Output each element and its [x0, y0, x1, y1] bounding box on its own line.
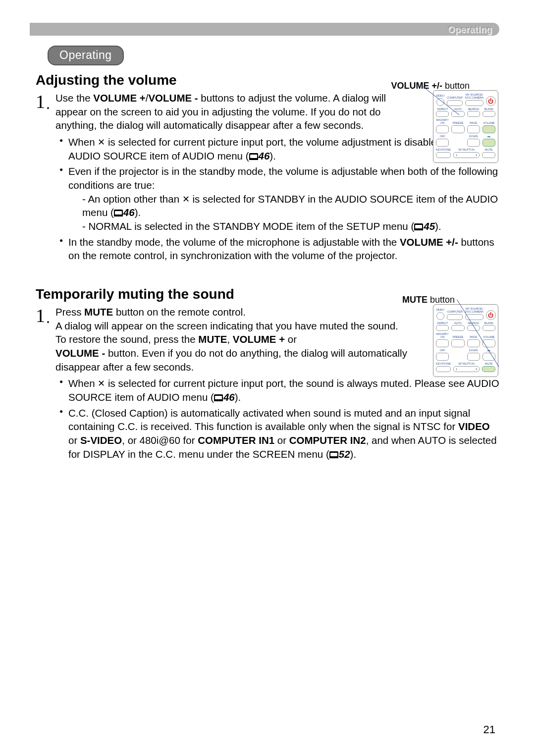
book-icon [414, 223, 423, 230]
remote-volume-up-button[interactable] [482, 125, 495, 133]
s1-bullet-2: Even if the projector is in the standby … [59, 164, 499, 233]
mute-callout-bold: MUTE [402, 295, 428, 305]
remote-magnify-on-button[interactable] [436, 125, 449, 133]
remote-mute-button[interactable] [482, 366, 495, 372]
header-right-label: Operating [448, 25, 492, 35]
mute-x-icon: ✕ [182, 193, 190, 205]
volume-callout-rest: button [442, 81, 470, 91]
remote-power-button[interactable]: ⏻ [486, 310, 496, 320]
remote-aspect-button[interactable] [436, 325, 449, 331]
book-icon [114, 210, 123, 216]
s2-bullet-2: C.C. (Closed Caption) is automatically a… [59, 406, 499, 461]
remote-mysource-button[interactable] [465, 100, 483, 106]
operating-pill: Operating [48, 46, 124, 65]
remote-computer-button[interactable] [447, 100, 463, 106]
mute-x-icon: ✕ [98, 136, 105, 148]
remote-mute-button[interactable] [482, 152, 495, 158]
remote-magnify-off-button[interactable] [436, 353, 449, 361]
remote-keystone-button[interactable] [436, 152, 451, 158]
remote-volume-down-button[interactable] [482, 139, 495, 147]
remote-magnify-off-button[interactable] [436, 139, 449, 147]
book-icon [249, 153, 258, 160]
remote-magnify-on-button[interactable] [436, 339, 449, 347]
remote-power-button[interactable]: ⏻ [486, 96, 496, 106]
section1-title: Adjusting the volume [36, 72, 177, 88]
page-number: 21 [483, 723, 495, 736]
section2-title: Temporarily muting the sound [36, 286, 234, 302]
header-bar: Operating [30, 23, 499, 36]
remote-computer-button[interactable] [447, 314, 463, 320]
mute-callout-rest: button [428, 295, 455, 305]
remote-page-down-button[interactable] [467, 139, 480, 147]
remote-diagram-mute: VIDEO COMPUTER MY SOURCE/ DOC.CAMERA ⏻ A… [428, 304, 502, 377]
s2-bullet-1: When ✕ is selected for current picture i… [59, 377, 499, 404]
remote-freeze-button[interactable] [451, 125, 464, 133]
remote-aspect-button[interactable] [436, 111, 449, 117]
volume-callout-bold: VOLUME +/- [391, 81, 442, 91]
s2-step1-number: 1. [36, 305, 51, 374]
remote-freeze-button[interactable] [451, 339, 464, 347]
book-icon [214, 394, 223, 401]
mute-x-icon: ✕ [98, 378, 105, 389]
remote-diagram-volume: VIDEO COMPUTER MY SOURCE/ DOC.CAMERA ⏻ A… [428, 90, 502, 163]
remote-page-up-button[interactable] [467, 125, 480, 133]
remote-mybutton[interactable]: 12 [453, 366, 480, 372]
remote-blank-button[interactable] [482, 111, 495, 117]
remote-page-down-button[interactable] [467, 353, 480, 361]
remote-video-button[interactable] [436, 312, 444, 320]
remote-keystone-button[interactable] [436, 366, 451, 372]
volume-callout: VOLUME +/- button [391, 81, 470, 91]
book-icon [329, 451, 338, 458]
step1-number: 1. [36, 91, 51, 132]
mute-callout: MUTE button [402, 295, 455, 305]
remote-page-up-button[interactable] [467, 339, 480, 347]
remote-search-button[interactable] [467, 111, 480, 117]
remote-mybutton[interactable]: 12 [453, 152, 480, 158]
s1-bullet-3: In the standby mode, the volume of the m… [59, 235, 499, 263]
remote-auto-button[interactable] [451, 325, 464, 331]
remote-blank-button[interactable] [482, 325, 495, 331]
